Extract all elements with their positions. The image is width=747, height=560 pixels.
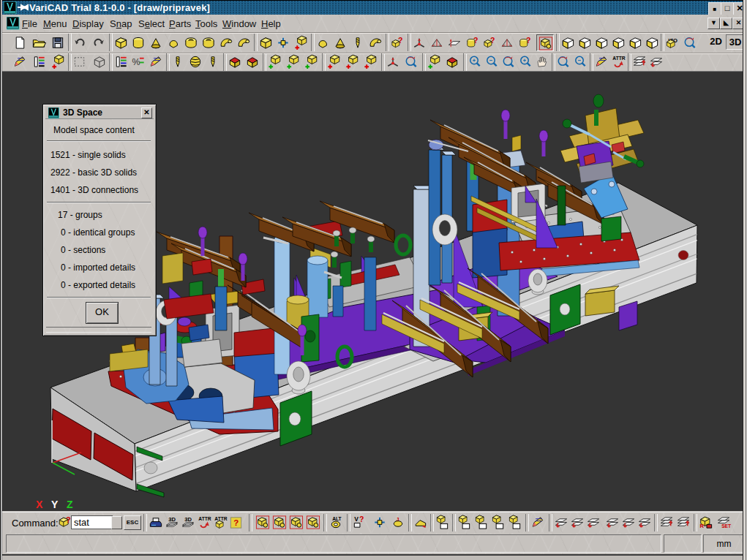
svg-text:?: ? [66, 515, 71, 524]
